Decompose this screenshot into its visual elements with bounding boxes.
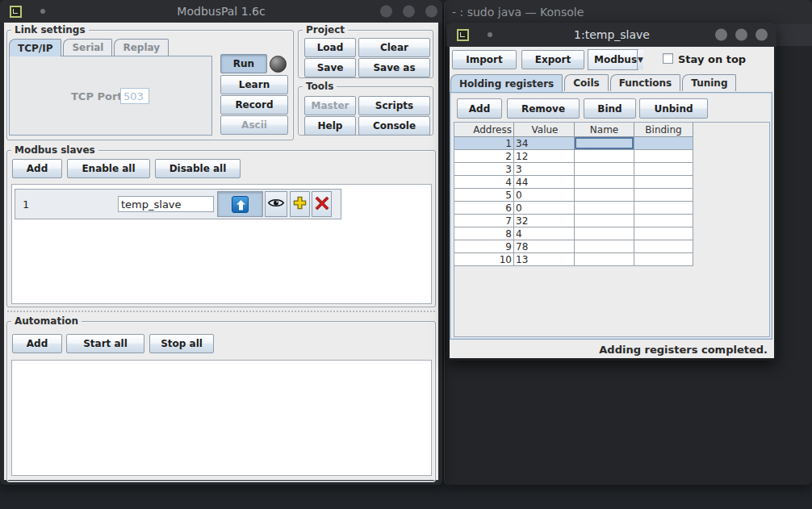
register-cell[interactable]: 78 xyxy=(514,240,575,253)
close-button[interactable] xyxy=(425,6,437,18)
registers-scrollpane[interactable]: AddressValueNameBinding 1342123344450607… xyxy=(454,122,770,337)
register-cell[interactable]: 34 xyxy=(514,137,575,150)
register-row[interactable]: 212 xyxy=(454,150,769,163)
slave-delete-button[interactable] xyxy=(312,191,332,217)
column-header-binding[interactable]: Binding xyxy=(634,123,693,137)
register-cell[interactable] xyxy=(634,176,693,189)
register-row[interactable]: 732 xyxy=(454,215,769,227)
register-cell[interactable] xyxy=(575,227,634,240)
register-cell[interactable] xyxy=(634,202,693,215)
maximize-button[interactable] xyxy=(735,29,747,41)
register-cell[interactable] xyxy=(575,189,634,202)
slave-view-button[interactable] xyxy=(265,191,287,217)
register-bind-button[interactable]: Bind xyxy=(584,98,636,119)
register-row[interactable]: 60 xyxy=(454,202,769,215)
register-cell[interactable] xyxy=(575,150,634,163)
learn-button[interactable]: Learn xyxy=(220,75,288,94)
maximize-button[interactable] xyxy=(403,6,415,18)
save-button[interactable]: Save xyxy=(304,58,356,77)
automation-add-button[interactable]: Add xyxy=(12,334,62,353)
slave-automation-button[interactable] xyxy=(290,191,310,217)
column-header-name[interactable]: Name xyxy=(575,123,634,137)
tcp-port-input[interactable] xyxy=(120,88,149,104)
console-button[interactable]: Console xyxy=(358,116,430,136)
register-cell[interactable]: 4 xyxy=(454,176,514,189)
column-header-value[interactable]: Value xyxy=(514,123,575,137)
protocol-combobox[interactable]: Modbus ▼ xyxy=(588,49,638,70)
register-remove-button[interactable]: Remove xyxy=(507,98,580,119)
register-cell[interactable] xyxy=(634,137,693,150)
stop-all-button[interactable]: Stop all xyxy=(149,334,214,353)
register-cell[interactable]: 10 xyxy=(454,253,514,266)
tab-tuning[interactable]: Tuning xyxy=(682,74,736,91)
register-cell[interactable] xyxy=(575,202,634,215)
splitter-handle[interactable] xyxy=(6,310,436,314)
register-cell[interactable]: 44 xyxy=(514,176,575,189)
register-row[interactable]: 84 xyxy=(454,227,769,240)
register-row[interactable]: 978 xyxy=(454,240,769,253)
register-cell[interactable]: 0 xyxy=(514,189,575,202)
register-unbind-button[interactable]: Unbind xyxy=(639,98,708,119)
slave-enabled-toggle[interactable] xyxy=(217,191,263,217)
register-cell[interactable] xyxy=(634,163,693,176)
tab-tcpip[interactable]: TCP/IP xyxy=(9,39,61,56)
register-cell[interactable] xyxy=(575,137,634,150)
help-button[interactable]: Help xyxy=(304,116,356,136)
export-button[interactable]: Export xyxy=(521,50,584,69)
register-cell[interactable]: 0 xyxy=(514,202,575,215)
konsole-titlebar[interactable]: - : sudo java — Konsole xyxy=(445,0,812,24)
register-row[interactable]: 50 xyxy=(454,189,769,202)
register-cell[interactable] xyxy=(634,227,693,240)
register-row[interactable]: 33 xyxy=(454,163,769,176)
load-button[interactable]: Load xyxy=(304,38,356,57)
register-cell[interactable]: 32 xyxy=(514,215,575,227)
register-cell[interactable]: 4 xyxy=(514,227,575,240)
import-button[interactable]: Import xyxy=(452,50,517,69)
register-cell[interactable]: 1 xyxy=(454,137,514,150)
register-cell[interactable]: 9 xyxy=(454,240,514,253)
start-all-button[interactable]: Start all xyxy=(66,334,144,353)
tab-holding-registers[interactable]: Holding registers xyxy=(450,74,563,92)
register-cell[interactable] xyxy=(575,215,634,227)
minimize-button[interactable] xyxy=(715,29,727,41)
register-cell[interactable] xyxy=(634,215,693,227)
register-cell[interactable] xyxy=(575,240,634,253)
register-cell[interactable]: 3 xyxy=(454,163,514,176)
close-button[interactable] xyxy=(755,29,768,41)
slave-row[interactable]: 1 xyxy=(15,189,341,219)
column-header-address[interactable]: Address xyxy=(454,123,514,137)
slave-name-input[interactable] xyxy=(118,196,214,212)
slave-add-button[interactable]: Add xyxy=(12,159,62,178)
run-toggle-button[interactable]: Run xyxy=(220,54,267,73)
register-add-button[interactable]: Add xyxy=(457,98,502,119)
register-cell[interactable] xyxy=(575,253,634,266)
register-cell[interactable]: 2 xyxy=(454,150,514,163)
register-cell[interactable] xyxy=(634,240,693,253)
tab-replay[interactable]: Replay xyxy=(114,39,169,56)
tab-serial[interactable]: Serial xyxy=(63,39,112,56)
register-cell[interactable]: 12 xyxy=(514,150,575,163)
modbuspal-titlebar[interactable]: ModbusPal 1.6c xyxy=(0,0,442,23)
record-button[interactable]: Record xyxy=(220,95,288,115)
scripts-button[interactable]: Scripts xyxy=(358,96,430,115)
register-cell[interactable]: 5 xyxy=(454,189,514,202)
register-cell[interactable] xyxy=(634,189,693,202)
register-cell[interactable] xyxy=(575,163,634,176)
register-cell[interactable]: 3 xyxy=(514,163,575,176)
enable-all-button[interactable]: Enable all xyxy=(67,159,150,178)
register-cell[interactable]: 7 xyxy=(454,215,514,227)
register-cell[interactable] xyxy=(634,253,693,266)
register-row[interactable]: 1013 xyxy=(454,253,769,266)
stay-on-top-checkbox[interactable] xyxy=(663,53,673,64)
disable-all-button[interactable]: Disable all xyxy=(155,159,241,178)
slave-window-titlebar[interactable]: 1:temp_slave xyxy=(447,23,776,47)
register-cell[interactable] xyxy=(575,176,634,189)
register-cell[interactable] xyxy=(634,150,693,163)
register-row[interactable]: 444 xyxy=(454,176,769,189)
register-cell[interactable]: 13 xyxy=(514,253,575,266)
clear-button[interactable]: Clear xyxy=(358,38,430,57)
register-cell[interactable]: 6 xyxy=(454,202,514,215)
save-as-button[interactable]: Save as xyxy=(358,58,430,77)
register-row[interactable]: 134 xyxy=(454,137,769,150)
tab-functions[interactable]: Functions xyxy=(610,74,681,91)
